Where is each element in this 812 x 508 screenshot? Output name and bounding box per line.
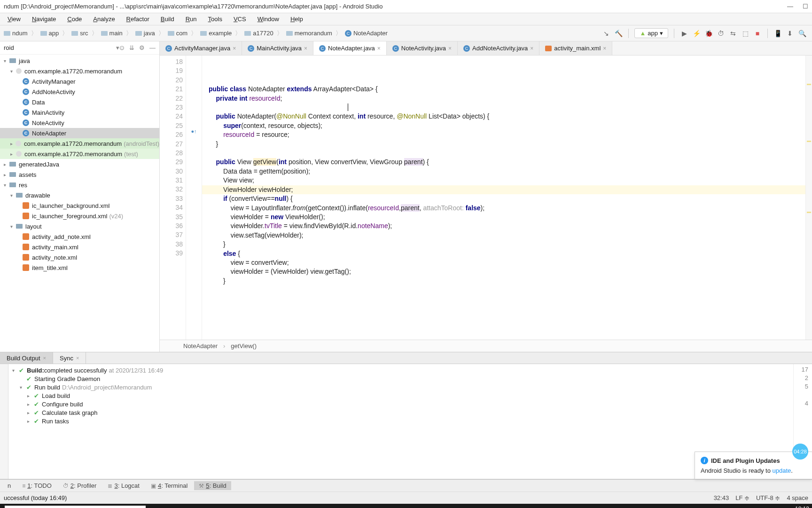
menu-view[interactable]: View [3, 15, 25, 24]
breadcrumb-item[interactable]: memorandum [284, 29, 334, 38]
windows-search[interactable]: 在这里输入你要搜索的内容 [5, 506, 146, 508]
update-link[interactable]: update [772, 467, 791, 474]
edge-icon[interactable]: ◉ [192, 504, 211, 508]
close-icon[interactable]: × [233, 45, 236, 52]
run-config-selector[interactable]: ▲ app ▾ [634, 28, 668, 38]
build-item[interactable]: ▾✔Build: completed successfully at 2020/… [12, 366, 789, 374]
breadcrumb-item[interactable]: main [99, 29, 125, 38]
breadcrumb-item[interactable]: com [166, 29, 190, 38]
expand-icon[interactable]: ▸ [27, 402, 34, 407]
chevron-down-icon[interactable]: ▾ [116, 44, 119, 51]
app-icon[interactable]: ◇ [251, 504, 271, 508]
avd-icon[interactable]: 📱 [773, 29, 782, 38]
editor-tab[interactable]: CNoteAdapter.java× [313, 41, 387, 55]
tree-xml[interactable]: activity_note.xml [0, 252, 159, 262]
tree-xml[interactable]: item_title.xml [0, 262, 159, 273]
hide-icon[interactable]: — [149, 44, 156, 51]
expand-icon[interactable]: ▸ [27, 393, 34, 398]
tool-window-todo[interactable]: ≡1: TODO [17, 481, 56, 490]
run-icon[interactable]: ▶ [680, 29, 688, 38]
tool-window-profiler[interactable]: ⏱2: Profiler [58, 481, 102, 490]
collapse-icon[interactable]: ⇊ [129, 44, 134, 51]
stop-icon[interactable]: ■ [753, 29, 762, 38]
override-icon[interactable]: ●↑ [191, 128, 196, 134]
taskbar-clock[interactable]: 18:13 2020/12 [789, 506, 809, 508]
close-icon[interactable]: × [43, 355, 46, 361]
maximize-icon[interactable]: ☐ [803, 3, 808, 10]
tool-window-terminal[interactable]: ▣4: Terminal [146, 481, 192, 490]
close-icon[interactable]: × [448, 45, 452, 52]
close-icon[interactable]: × [377, 45, 381, 52]
build-item[interactable]: ▸✔Run tasks [12, 417, 789, 425]
sync-icon[interactable]: ↘ [602, 29, 610, 38]
breadcrumb-item[interactable]: src [70, 29, 90, 38]
breadcrumb-item[interactable]: app [39, 29, 61, 38]
target-icon[interactable]: ⊙ [119, 44, 125, 51]
build-tab[interactable]: Sync× [53, 352, 86, 364]
tree-package[interactable]: ▾com.example.a17720.memorandum [0, 66, 159, 76]
close-icon[interactable]: × [76, 355, 79, 361]
close-icon[interactable]: × [304, 45, 307, 52]
debug-icon[interactable]: 🐞 [704, 29, 713, 38]
editor-tab[interactable]: CMainActivity.java× [242, 41, 313, 55]
task-view-icon[interactable]: ☰ [172, 504, 192, 508]
tree-xml[interactable]: ic_launcher_background.xml [0, 200, 159, 211]
editor-scrollbar[interactable] [805, 56, 812, 340]
attach-icon[interactable]: ⇆ [729, 29, 737, 38]
ide-notification[interactable]: 04:28 i IDE and Plugin Updates Android S… [695, 452, 812, 479]
tool-window-build[interactable]: ⚒5: Build [194, 481, 231, 490]
tool-window-logcat[interactable]: ≣3: Logcat [103, 481, 144, 490]
code-editor[interactable]: 1819202122232425262728293031323334353637… [160, 56, 812, 340]
tree-class-NoteAdapter[interactable]: CNoteAdapter [0, 128, 159, 138]
editor-tab[interactable]: activity_main.xml× [539, 41, 612, 55]
menu-code[interactable]: Code [62, 15, 86, 24]
tree-class-Data[interactable]: CData [0, 97, 159, 107]
caret-position[interactable]: 32:43 [714, 494, 729, 501]
breadcrumb-item[interactable]: a17720 [242, 29, 275, 38]
menu-tools[interactable]: Tools [203, 15, 227, 24]
tree-class-MainActivity[interactable]: CMainActivity [0, 107, 159, 118]
file-encoding[interactable]: UTF-8 ≑ [756, 494, 780, 501]
breadcrumb-item[interactable]: CNoteAdapter [343, 29, 390, 38]
menu-refactor[interactable]: Refactor [122, 15, 154, 24]
expand-icon[interactable]: ▸ [27, 419, 34, 424]
explorer-icon[interactable]: ▆ [211, 504, 231, 508]
menu-help[interactable]: Help [286, 15, 308, 24]
tree-package-androidtest[interactable]: ▸com.example.a17720.memorandum(androidTe… [0, 138, 159, 149]
minimize-icon[interactable]: — [787, 3, 793, 10]
breadcrumb-item[interactable]: ndum [2, 29, 30, 38]
breadcrumb-class[interactable]: NoteAdapter [183, 342, 218, 349]
close-icon[interactable]: × [530, 45, 533, 52]
expand-icon[interactable]: ▾ [20, 385, 26, 390]
editor-tab[interactable]: CAddNoteActivity.java× [458, 41, 539, 55]
build-tab[interactable]: Build Output× [0, 352, 53, 364]
build-item[interactable]: ▾✔Run build D:\Android_project\Memorandu… [12, 383, 789, 391]
gear-icon[interactable]: ⚙ [139, 44, 145, 51]
menu-navigate[interactable]: Navigate [27, 15, 61, 24]
tree-package-test[interactable]: ▸com.example.a17720.memorandum(test) [0, 149, 159, 159]
build-item[interactable]: ▸✔Calculate task graph [12, 408, 789, 417]
sdk-icon[interactable]: ⬇ [786, 29, 794, 38]
tree-folder-generated[interactable]: ▸generatedJava [0, 159, 159, 169]
project-view-label[interactable]: roid [4, 44, 114, 51]
menu-run[interactable]: Run [181, 15, 202, 24]
tree-xml[interactable]: ic_launcher_foreground.xml(v24) [0, 211, 159, 221]
breadcrumb-method[interactable]: getView() [231, 342, 257, 349]
tree-folder-java[interactable]: ▾java [0, 56, 159, 66]
editor-tab[interactable]: CActivityManager.java× [160, 41, 242, 55]
tree-class-ActivityManager[interactable]: CActivityManager [0, 76, 159, 87]
tree-folder-assets[interactable]: ▸assets [0, 169, 159, 180]
hammer-icon[interactable]: 🔨 [614, 29, 623, 38]
search-icon[interactable]: 🔍 [798, 29, 806, 38]
line-separator[interactable]: LF ≑ [735, 494, 750, 501]
build-item[interactable]: ✔Starting Gradle Daemon [12, 374, 789, 383]
tool-window-n[interactable]: n [3, 481, 16, 490]
project-tree[interactable]: ▾java▾com.example.a17720.memorandumCActi… [0, 55, 159, 352]
tree-xml[interactable]: activity_add_note.xml [0, 231, 159, 242]
apply-changes-icon[interactable]: ⚡ [692, 29, 701, 38]
tree-class-AddNoteActivity[interactable]: CAddNoteActivity [0, 87, 159, 97]
menu-vcs[interactable]: VCS [229, 15, 251, 24]
menu-window[interactable]: Window [253, 15, 284, 24]
android-studio-icon[interactable]: ◆ [231, 504, 251, 508]
editor-tab[interactable]: CNoteActivity.java× [387, 41, 458, 55]
